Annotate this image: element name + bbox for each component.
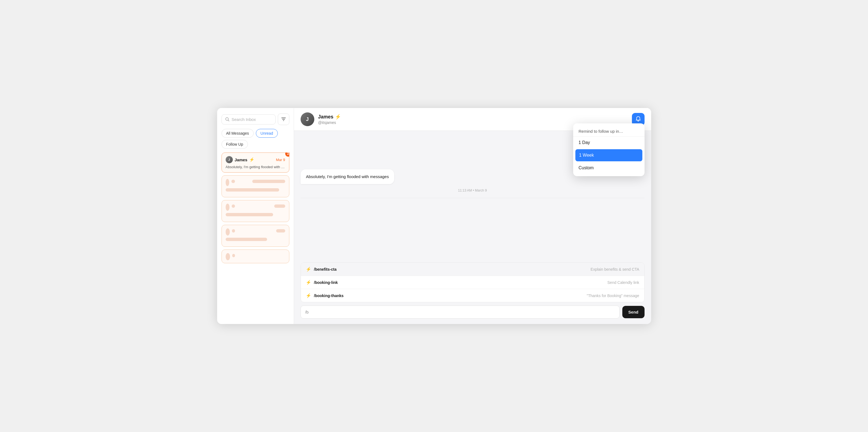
bolt-icon: ⚡ bbox=[306, 266, 311, 272]
bolt-icon: ⚡ bbox=[306, 293, 311, 298]
skeleton-line bbox=[226, 188, 279, 192]
msg-preview: Absolutely, I'm getting flooded with mes… bbox=[226, 165, 285, 169]
shortcut-command: /benefits-cta bbox=[314, 267, 588, 271]
app-container: Search Inbox All Messages Unread Follow … bbox=[217, 108, 651, 324]
sender-name: James bbox=[235, 157, 248, 162]
message-bubble-incoming: Absolutely, I'm getting flooded with mes… bbox=[301, 169, 395, 184]
chat-timestamp: 11:13 AM • March 9 bbox=[301, 189, 645, 192]
bolt-icon: ⚡ bbox=[306, 280, 311, 285]
dropdown-title: Remind to follow up in… bbox=[573, 125, 645, 137]
tab-all-messages[interactable]: All Messages bbox=[221, 129, 254, 138]
dropdown-item-1week[interactable]: 1 Week bbox=[576, 149, 642, 161]
skeleton-line bbox=[232, 204, 235, 208]
chat-name-emoji: ⚡ bbox=[335, 114, 341, 119]
shortcut-command: /booking-thanks bbox=[314, 293, 584, 298]
skeleton-line bbox=[231, 180, 235, 183]
chat-user-info: J James ⚡ @itsjames bbox=[301, 112, 341, 126]
skeleton-avatar bbox=[226, 228, 230, 235]
msg-sender: J James ⚡ bbox=[226, 156, 255, 163]
list-item[interactable] bbox=[221, 200, 289, 222]
list-item[interactable] bbox=[221, 225, 289, 247]
dropdown-item-1day[interactable]: 1 Day bbox=[573, 137, 645, 149]
avatar-initials: J bbox=[226, 156, 233, 163]
skeleton-line bbox=[232, 254, 235, 257]
skeleton-line bbox=[252, 180, 285, 183]
list-item[interactable] bbox=[221, 250, 289, 263]
avatar: J bbox=[226, 156, 233, 163]
chat-input[interactable] bbox=[301, 306, 620, 318]
shortcut-item[interactable]: ⚡ /booking-thanks "Thanks for Booking" m… bbox=[301, 289, 644, 302]
shortcut-desc: Explain benefits & send CTA bbox=[590, 267, 639, 271]
skeleton-line bbox=[226, 238, 267, 241]
msg-date: Mar 9 bbox=[276, 158, 285, 162]
skeleton-line bbox=[232, 229, 235, 232]
sidebar: Search Inbox All Messages Unread Follow … bbox=[217, 108, 294, 324]
tab-unread[interactable]: Unread bbox=[256, 129, 278, 138]
skeleton-avatar bbox=[226, 179, 229, 186]
message-list: J James ⚡ Mar 9 Absolutely, I'm getting … bbox=[221, 152, 289, 263]
bell-icon bbox=[635, 116, 641, 123]
shortcut-item[interactable]: ⚡ /benefits-cta Explain benefits & send … bbox=[301, 263, 644, 276]
chat-name: James ⚡ bbox=[318, 114, 341, 120]
chat-avatar: J bbox=[301, 112, 314, 126]
search-row: Search Inbox bbox=[221, 114, 289, 125]
svg-line-1 bbox=[228, 120, 229, 121]
search-icon bbox=[225, 117, 229, 121]
bubble-text: Absolutely, I'm getting flooded with mes… bbox=[306, 174, 389, 179]
filter-button[interactable] bbox=[278, 114, 289, 125]
shortcuts-panel: ⚡ /benefits-cta Explain benefits & send … bbox=[301, 262, 645, 302]
skeleton-line bbox=[274, 204, 285, 208]
msg-header: J James ⚡ Mar 9 bbox=[226, 156, 285, 163]
chat-user-details: James ⚡ @itsjames bbox=[318, 114, 341, 125]
chat-divider bbox=[301, 198, 645, 198]
sender-emoji: ⚡ bbox=[249, 157, 254, 162]
filter-icon bbox=[281, 117, 286, 122]
skeleton-line bbox=[226, 213, 273, 216]
search-box[interactable]: Search Inbox bbox=[221, 114, 276, 124]
shortcut-desc: Send Calendly link bbox=[608, 280, 639, 285]
chat-handle: @itsjames bbox=[318, 120, 341, 125]
tab-follow-up[interactable]: Follow Up bbox=[221, 140, 248, 149]
shortcut-item[interactable]: ⚡ /booking-link Send Calendly link bbox=[301, 276, 644, 289]
input-area: Send bbox=[294, 306, 651, 324]
skeleton-avatar bbox=[226, 253, 230, 260]
shortcut-desc: "Thanks for Booking" message bbox=[587, 293, 639, 298]
send-button[interactable]: Send bbox=[622, 306, 645, 318]
filter-tabs: All Messages Unread Follow Up bbox=[221, 129, 289, 149]
skeleton-line bbox=[276, 229, 285, 232]
list-item[interactable]: J James ⚡ Mar 9 Absolutely, I'm getting … bbox=[221, 152, 289, 173]
followup-dropdown: Remind to follow up in… 1 Day 1 Week Cus… bbox=[573, 123, 645, 176]
main-content: J James ⚡ @itsjames bbox=[294, 108, 651, 324]
search-placeholder: Search Inbox bbox=[232, 117, 256, 122]
skeleton-avatar bbox=[226, 204, 230, 211]
shortcut-command: /booking-link bbox=[314, 280, 605, 285]
dropdown-item-custom[interactable]: Custom bbox=[573, 162, 645, 174]
avatar-person: J bbox=[301, 112, 314, 126]
unread-badge: 2 bbox=[285, 152, 289, 156]
list-item[interactable] bbox=[221, 175, 289, 197]
